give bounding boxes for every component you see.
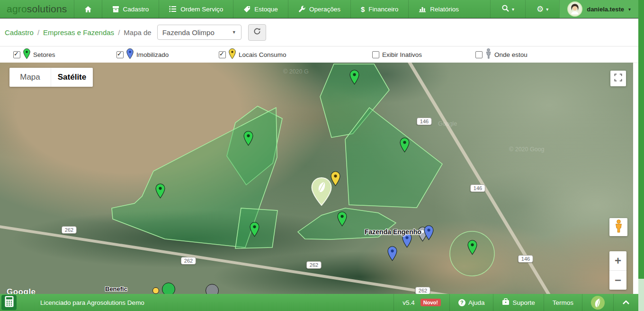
cluster-circle-marker[interactable] bbox=[206, 284, 219, 294]
select-caret-icon: ▼ bbox=[232, 30, 236, 35]
filter-label: Onde estou bbox=[494, 51, 528, 58]
marker-setor[interactable] bbox=[250, 222, 259, 239]
top-nav: agrosolutions Cadastro Ordem Serviço Est… bbox=[0, 0, 638, 18]
search-dropdown[interactable]: ▾ bbox=[490, 0, 525, 18]
cluster-circle-marker[interactable] bbox=[162, 283, 175, 294]
pegman-icon bbox=[485, 48, 492, 61]
road-shield-146: 146 bbox=[417, 118, 432, 125]
filter-label: Locais Consumo bbox=[239, 51, 286, 58]
dollar-icon: $ bbox=[361, 5, 365, 13]
terms-label: Termos bbox=[553, 299, 573, 306]
version-label: v5.4 bbox=[402, 299, 415, 306]
terms-link[interactable]: Termos bbox=[544, 294, 582, 311]
checkbox-setores[interactable] bbox=[13, 51, 20, 58]
refresh-button[interactable] bbox=[248, 24, 266, 41]
help-link[interactable]: ? Ajuda bbox=[449, 294, 493, 311]
marker-setor[interactable] bbox=[400, 137, 410, 155]
gear-icon: ⚙ bbox=[537, 5, 544, 13]
chevron-down-icon: ▾ bbox=[628, 7, 631, 12]
imagery-watermark: © 2020 Goog bbox=[509, 146, 545, 153]
footer-right: v5.4 Novo! ? Ajuda Suporte Termos bbox=[394, 294, 638, 311]
filter-setores[interactable]: Setores bbox=[13, 46, 55, 63]
page: agrosolutions Cadastro Ordem Serviço Est… bbox=[0, 0, 644, 311]
checkbox-locais-consumo[interactable] bbox=[219, 51, 226, 58]
user-menu[interactable]: daniela.teste ▾ bbox=[559, 0, 638, 18]
brand-logo[interactable]: agrosolutions bbox=[0, 0, 74, 18]
filter-exibir-inativos[interactable]: Exibir Inativos bbox=[372, 46, 422, 63]
farm-select[interactable]: Fazenda Olimpo ▼ bbox=[157, 25, 242, 40]
calculator-icon bbox=[5, 296, 14, 309]
nav-item-ordem-servico[interactable]: Ordem Serviço bbox=[159, 0, 233, 18]
yellow-pin-icon bbox=[229, 48, 236, 61]
search-icon bbox=[501, 4, 510, 14]
marker-farm-headquarters-leaf[interactable] bbox=[311, 177, 332, 208]
new-badge[interactable]: Novo! bbox=[420, 299, 441, 306]
tag-icon bbox=[243, 6, 250, 13]
calculator-button[interactable] bbox=[1, 295, 17, 310]
version-info: v5.4 Novo! bbox=[394, 294, 449, 311]
breadcrumb: Cadastro / Empresas e Fazendas / Mapa de… bbox=[0, 18, 638, 46]
zoom-in-button[interactable]: + bbox=[609, 251, 626, 270]
filter-label: Exibir Inativos bbox=[382, 51, 422, 58]
pegman-orange-icon bbox=[614, 220, 623, 235]
page-scrollbar[interactable] bbox=[638, 0, 644, 311]
chevron-down-icon: ▾ bbox=[512, 7, 514, 12]
nav-item-label: Ordem Serviço bbox=[180, 6, 223, 13]
map-type-mapa-button[interactable]: Mapa bbox=[9, 68, 51, 87]
nav-item-home[interactable] bbox=[74, 0, 102, 18]
checkbox-imobilizado[interactable] bbox=[116, 51, 124, 58]
map-canvas[interactable]: Google© 2020 Goog© 2020 G 14614614626226… bbox=[0, 63, 633, 294]
nav-item-label: Relatórios bbox=[430, 6, 459, 13]
marker-imobilizado[interactable] bbox=[424, 225, 434, 242]
breadcrumb-current: Mapa de bbox=[124, 28, 151, 37]
nav-item-estoque[interactable]: Estoque bbox=[233, 0, 288, 18]
filter-label: Imobilizado bbox=[136, 51, 169, 58]
google-watermark: Google bbox=[7, 287, 36, 294]
marker-setor[interactable] bbox=[467, 240, 477, 257]
nav-right: ▾ ⚙ ▾ daniela.teste ▾ bbox=[490, 0, 638, 18]
place-label-fazenda-engenho: Fazenda Engenho bbox=[365, 228, 421, 236]
filter-row: Setores Imobilizado Locais Consumo Exibi… bbox=[0, 46, 638, 63]
agro-leaf-logo[interactable] bbox=[582, 294, 613, 311]
brand-suffix: solutions bbox=[27, 3, 67, 15]
wrench-icon bbox=[298, 6, 305, 13]
settings-dropdown[interactable]: ⚙ ▾ bbox=[525, 0, 559, 18]
green-pin-icon bbox=[23, 48, 30, 61]
nav-item-financeiro[interactable]: $ Financeiro bbox=[350, 0, 408, 18]
support-link[interactable]: Suporte bbox=[493, 294, 543, 311]
filter-label: Setores bbox=[33, 51, 55, 58]
nav-item-cadastro[interactable]: Cadastro bbox=[102, 0, 159, 18]
marker-setor[interactable] bbox=[337, 211, 347, 229]
zoom-out-button[interactable]: − bbox=[609, 270, 626, 290]
collapse-footer-button[interactable] bbox=[613, 294, 638, 311]
nav-item-relatorios[interactable]: Relatórios bbox=[408, 0, 469, 18]
checkbox-exibir-inativos[interactable] bbox=[372, 51, 379, 58]
fullscreen-button[interactable] bbox=[610, 71, 626, 86]
breadcrumb-cadastro[interactable]: Cadastro bbox=[5, 28, 34, 37]
footer: Licenciado para Agrosolutions Demo v5.4 … bbox=[0, 294, 638, 311]
nav-item-operacoes[interactable]: Operações bbox=[288, 0, 350, 18]
chevron-down-icon: ▾ bbox=[546, 7, 548, 12]
nav-item-label: Financeiro bbox=[368, 6, 398, 13]
road-shield-262: 262 bbox=[62, 226, 77, 234]
breadcrumb-separator: / bbox=[37, 28, 39, 37]
breadcrumb-empresas-fazendas[interactable]: Empresas e Fazendas bbox=[43, 28, 114, 37]
filter-imobilizado[interactable]: Imobilizado bbox=[116, 46, 169, 63]
road-shield-146: 146 bbox=[518, 255, 533, 263]
filter-onde-estou[interactable]: Onde estou bbox=[475, 46, 528, 63]
marker-imobilizado[interactable] bbox=[387, 246, 397, 263]
map-type-satelite-button[interactable]: Satélite bbox=[51, 68, 93, 87]
breadcrumb-separator: / bbox=[118, 28, 120, 37]
checkbox-onde-estou[interactable] bbox=[475, 51, 483, 58]
imagery-watermark: © 2020 G bbox=[283, 68, 309, 75]
bar-chart-icon bbox=[419, 6, 426, 12]
marker-setor[interactable] bbox=[155, 183, 165, 201]
road-shield-262: 262 bbox=[415, 287, 430, 294]
marker-setor[interactable] bbox=[243, 131, 253, 148]
street-view-pegman-button[interactable] bbox=[609, 218, 627, 236]
zoom-control: + − bbox=[609, 251, 626, 290]
filter-locais-consumo[interactable]: Locais Consumo bbox=[219, 46, 286, 63]
cluster-circle-marker[interactable] bbox=[152, 287, 159, 294]
marker-setor[interactable] bbox=[349, 70, 359, 87]
scrollbar-thumb[interactable] bbox=[638, 0, 644, 279]
